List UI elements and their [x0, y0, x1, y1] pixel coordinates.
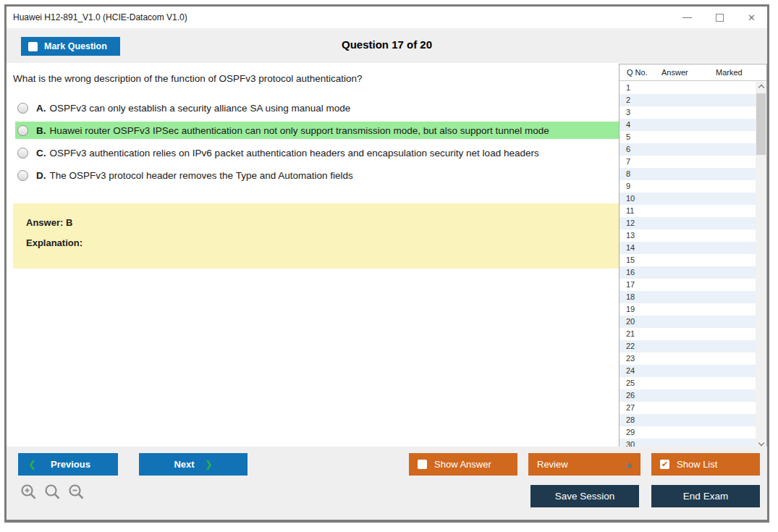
question-list-row[interactable]: 16	[620, 266, 756, 279]
show-list-button[interactable]: ✔ Show List	[651, 453, 760, 476]
question-list-row[interactable]: 1	[620, 82, 756, 94]
question-list-row[interactable]: 4	[620, 119, 756, 131]
question-number: 10	[626, 194, 635, 203]
question-number: 11	[626, 206, 634, 215]
option-row[interactable]: C.OSPFv3 authentication relies on IPv6 p…	[15, 144, 622, 161]
option-row[interactable]: B.Huawei router OSPFv3 IPSec authenticat…	[15, 122, 622, 139]
question-list-row[interactable]: 9	[620, 180, 756, 193]
save-session-label: Save Session	[555, 491, 615, 502]
next-button[interactable]: Next ❯	[139, 453, 248, 476]
question-list-row[interactable]: 26	[620, 389, 756, 402]
question-number: 16	[626, 268, 635, 276]
question-list-row[interactable]: 27	[620, 402, 756, 414]
question-number: 15	[626, 256, 635, 264]
option-radio[interactable]	[17, 125, 28, 136]
question-list-row[interactable]: 19	[620, 303, 756, 316]
question-list-row[interactable]: 11	[620, 205, 756, 217]
question-counter: Question 17 of 20	[7, 38, 767, 51]
show-answer-label: Show Answer	[434, 459, 491, 470]
option-radio[interactable]	[17, 103, 28, 114]
option-text: The OSPFv3 protocol header removes the T…	[50, 170, 353, 181]
option-letter: A.	[36, 103, 46, 114]
question-number: 4	[626, 120, 630, 129]
zoom-out-icon[interactable]	[68, 484, 85, 501]
close-icon[interactable]: ✕	[748, 13, 756, 22]
end-exam-button[interactable]: End Exam	[651, 485, 760, 507]
zoom-reset-icon[interactable]	[44, 484, 62, 501]
caret-up-icon: ▲	[626, 460, 632, 468]
zoom-in-icon[interactable]	[20, 484, 38, 501]
scrollbar-thumb[interactable]	[756, 93, 766, 155]
question-list-scrollbar[interactable]	[756, 82, 766, 449]
maximize-icon[interactable]	[716, 14, 724, 22]
question-number: 28	[626, 415, 635, 424]
question-list-row[interactable]: 28	[620, 414, 756, 426]
question-number: 2	[626, 96, 630, 104]
question-list-row[interactable]: 8	[620, 168, 756, 180]
scroll-up-icon[interactable]	[756, 82, 766, 93]
question-list-row[interactable]: 7	[620, 156, 756, 168]
question-list-row[interactable]: 22	[620, 340, 756, 352]
question-number: 9	[626, 182, 630, 190]
show-list-label: Show List	[677, 459, 717, 470]
question-number: 6	[626, 145, 630, 153]
zoom-toolbar	[20, 484, 85, 501]
question-number: 13	[626, 231, 635, 240]
question-number: 18	[626, 292, 635, 301]
question-list-body: 1234567891011121314151617181920212223242…	[620, 82, 766, 449]
question-number: 23	[626, 354, 635, 363]
question-number: 19	[626, 305, 635, 313]
question-list-row[interactable]: 3	[620, 106, 756, 119]
question-list-row[interactable]: 10	[620, 193, 756, 205]
question-list-row[interactable]: 23	[620, 352, 756, 365]
option-row[interactable]: A.OSPFv3 can only establish a security a…	[15, 99, 622, 117]
question-list-row[interactable]: 14	[620, 242, 756, 254]
question-list-row[interactable]: 2	[620, 94, 756, 106]
show-list-checkbox[interactable]: ✔	[660, 460, 669, 469]
previous-button[interactable]: ❮ Previous	[18, 453, 118, 476]
options-list: A.OSPFv3 can only establish a security a…	[15, 99, 622, 189]
question-number: 8	[626, 169, 630, 178]
question-list-row[interactable]: 21	[620, 328, 756, 340]
header-bar: Mark Question Question 17 of 20	[7, 28, 767, 63]
exam-player-window: Huawei H12-891_V1.0 (HCIE-Datacom V1.0) …	[4, 4, 769, 523]
option-row[interactable]: D.The OSPFv3 protocol header removes the…	[15, 166, 622, 184]
chevron-left-icon: ❮	[28, 459, 36, 470]
window-title: Huawei H12-891_V1.0 (HCIE-Datacom V1.0)	[13, 12, 187, 22]
question-list-panel: Q No. Answer Marked 12345678910111213141…	[619, 64, 767, 450]
question-list-header: Q No. Answer Marked	[620, 64, 766, 81]
question-list-row[interactable]: 12	[620, 217, 756, 229]
question-number: 17	[626, 280, 635, 289]
question-list-row[interactable]: 17	[620, 279, 756, 291]
question-list-row[interactable]: 6	[620, 143, 756, 156]
option-radio[interactable]	[17, 170, 28, 181]
save-session-button[interactable]: Save Session	[530, 485, 639, 507]
show-answer-button[interactable]: Show Answer	[409, 453, 517, 476]
question-number: 14	[626, 243, 635, 252]
column-header-marked: Marked	[716, 68, 743, 77]
next-label: Next	[174, 459, 194, 470]
question-list-row[interactable]: 18	[620, 291, 756, 303]
show-answer-checkbox[interactable]	[418, 460, 427, 469]
question-number: 27	[626, 403, 635, 412]
review-button[interactable]: Review ▲	[528, 453, 640, 476]
option-letter: C.	[36, 148, 46, 159]
option-radio[interactable]	[17, 148, 28, 159]
question-number: 21	[626, 329, 635, 338]
column-header-qno: Q No.	[627, 68, 648, 77]
question-list-row[interactable]: 20	[620, 316, 756, 328]
question-list-row[interactable]: 24	[620, 365, 756, 377]
question-list-row[interactable]: 15	[620, 254, 756, 266]
question-list-row[interactable]: 5	[620, 131, 756, 143]
question-text: What is the wrong description of the fun…	[13, 73, 363, 84]
question-list-row[interactable]: 13	[620, 229, 756, 242]
question-number: 1	[626, 83, 630, 92]
question-list-row[interactable]: 25	[620, 377, 756, 389]
minimize-icon[interactable]	[682, 17, 692, 18]
question-list-row[interactable]: 29	[620, 426, 756, 439]
end-exam-label: End Exam	[683, 491, 728, 502]
question-number: 29	[626, 428, 635, 436]
check-icon: ✔	[661, 460, 668, 468]
question-number: 26	[626, 391, 635, 400]
column-header-answer: Answer	[661, 68, 688, 77]
